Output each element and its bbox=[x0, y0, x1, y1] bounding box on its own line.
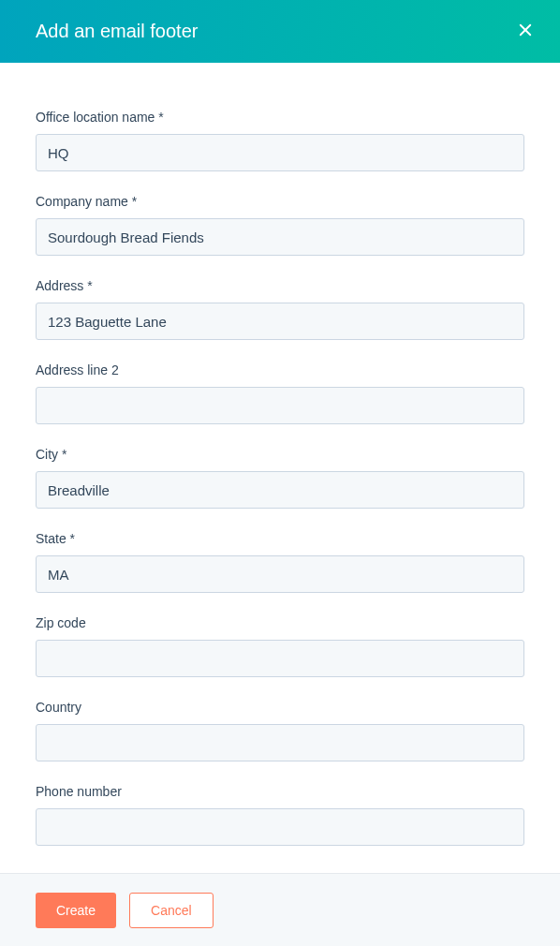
phone-number-label: Phone number bbox=[36, 784, 524, 799]
country-label: Country bbox=[36, 700, 524, 715]
office-location-name-label: Office location name * bbox=[36, 110, 524, 125]
modal-footer: Create Cancel bbox=[0, 873, 560, 946]
modal-header: Add an email footer bbox=[0, 0, 560, 63]
cancel-button[interactable]: Cancel bbox=[129, 893, 214, 928]
form-group: Address * bbox=[36, 278, 524, 340]
city-input[interactable] bbox=[36, 471, 524, 509]
company-name-input[interactable] bbox=[36, 218, 524, 256]
state-label: State * bbox=[36, 531, 524, 546]
form-group: Company name * bbox=[36, 194, 524, 256]
form-group: Address line 2 bbox=[36, 362, 524, 424]
modal-title: Add an email footer bbox=[36, 21, 198, 42]
office-location-name-input[interactable] bbox=[36, 134, 524, 171]
form-container: Office location name * Company name * Ad… bbox=[0, 63, 560, 873]
city-label: City * bbox=[36, 447, 524, 462]
form-group: State * bbox=[36, 531, 524, 593]
form-group: Phone number bbox=[36, 784, 524, 846]
zip-code-label: Zip code bbox=[36, 615, 524, 630]
create-button[interactable]: Create bbox=[36, 893, 116, 928]
address-input[interactable] bbox=[36, 303, 524, 340]
close-button[interactable] bbox=[513, 18, 538, 45]
state-input[interactable] bbox=[36, 555, 524, 593]
address-label: Address * bbox=[36, 278, 524, 293]
phone-number-input[interactable] bbox=[36, 808, 524, 846]
zip-code-input[interactable] bbox=[36, 640, 524, 677]
form-group: Country bbox=[36, 700, 524, 761]
country-input[interactable] bbox=[36, 724, 524, 761]
form-group: City * bbox=[36, 447, 524, 509]
address-line-2-input[interactable] bbox=[36, 387, 524, 424]
form-group: Office location name * bbox=[36, 110, 524, 171]
company-name-label: Company name * bbox=[36, 194, 524, 209]
close-icon bbox=[517, 22, 534, 41]
form-group: Zip code bbox=[36, 615, 524, 677]
address-line-2-label: Address line 2 bbox=[36, 362, 524, 377]
